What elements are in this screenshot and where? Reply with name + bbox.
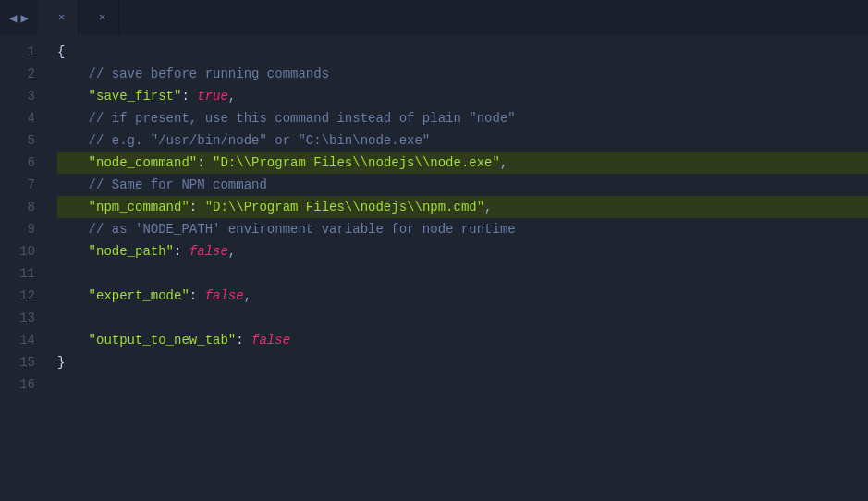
line-number: 9 <box>28 218 35 240</box>
code-token: "npm_command" <box>89 200 189 214</box>
code-line <box>57 307 868 329</box>
code-token: "expert_mode" <box>89 288 189 303</box>
line-number: 12 <box>19 285 35 307</box>
code-line: "expert_mode": false, <box>57 285 868 307</box>
code-token: "node_command" <box>89 155 198 170</box>
code-token: } <box>57 355 65 370</box>
code-token: "save_first" <box>89 89 182 104</box>
line-number: 11 <box>19 263 35 285</box>
tab-close-icon[interactable]: ✕ <box>99 12 105 23</box>
code-token <box>57 89 89 104</box>
line-number: 7 <box>28 174 35 196</box>
code-token <box>57 333 89 348</box>
code-token: , <box>500 155 507 170</box>
line-number: 13 <box>19 307 35 329</box>
code-token: // if present, use this command instead … <box>57 111 516 126</box>
code-token: "D:\\Program Files\\nodejs\\npm.cmd" <box>205 200 484 214</box>
code-token: // as 'NODE_PATH' environment variable f… <box>57 222 516 237</box>
code-content[interactable]: { // save before running commands "save_… <box>48 35 868 501</box>
code-line: // e.g. "/usr/bin/node" or "C:\bin\node.… <box>57 129 868 152</box>
code-token: // e.g. "/usr/bin/node" or "C:\bin\node.… <box>57 133 430 148</box>
line-number: 3 <box>28 85 35 107</box>
code-line: // save before running commands <box>57 63 868 85</box>
code-token: "node_path" <box>89 244 174 259</box>
tab-close-icon[interactable]: ✕ <box>58 12 65 23</box>
code-line: { <box>57 41 868 63</box>
line-number: 8 <box>28 196 35 218</box>
line-number: 14 <box>19 329 35 351</box>
line-number: 4 <box>28 107 35 129</box>
line-numbers: 12345678910111213141516 <box>0 35 48 501</box>
line-number: 15 <box>19 351 35 373</box>
code-line: } <box>57 351 868 373</box>
code-token: : <box>197 155 213 170</box>
code-token: , <box>484 200 492 214</box>
code-token: "output_to_new_tab" <box>89 333 237 348</box>
code-token: // save before running commands <box>57 67 329 81</box>
code-token <box>57 244 89 259</box>
line-number: 10 <box>19 240 35 263</box>
code-token <box>57 288 89 303</box>
code-line: "npm_command": "D:\\Program Files\\nodej… <box>57 196 868 218</box>
code-token <box>57 200 89 214</box>
nav-arrows[interactable]: ◀ ▶ <box>0 10 38 26</box>
line-number: 1 <box>28 41 35 63</box>
code-token: : <box>189 200 205 214</box>
code-line: // Same for NPM command <box>57 174 868 196</box>
code-line: "node_command": "D:\\Program Files\\node… <box>57 152 868 174</box>
code-token: , <box>228 89 236 104</box>
code-token: false <box>189 244 228 259</box>
editor: ◀ ▶ ✕ ✕ 12345678910111213141516 { // sav… <box>0 0 868 501</box>
line-number: 6 <box>28 152 35 174</box>
code-line <box>57 373 868 396</box>
code-token: { <box>57 44 65 59</box>
code-token: : <box>236 333 251 348</box>
line-number: 5 <box>28 129 35 152</box>
code-token: // Same for NPM command <box>57 177 267 192</box>
code-token: : <box>181 89 197 104</box>
code-token: : <box>189 288 205 303</box>
tab-bar: ◀ ▶ ✕ ✕ <box>0 0 868 35</box>
code-line: // if present, use this command instead … <box>57 107 868 129</box>
code-token: , <box>244 288 251 303</box>
code-token <box>57 155 89 170</box>
code-line: "output_to_new_tab": false <box>57 329 868 351</box>
code-line: "save_first": true, <box>57 85 868 107</box>
code-token: : <box>174 244 189 259</box>
code-area: 12345678910111213141516 { // save before… <box>0 35 868 501</box>
left-arrow[interactable]: ◀ <box>9 10 17 26</box>
code-line <box>57 263 868 285</box>
code-token: false <box>205 288 244 303</box>
code-line: "node_path": false, <box>57 240 868 263</box>
code-token: , <box>228 244 236 259</box>
code-line: // as 'NODE_PATH' environment variable f… <box>57 218 868 240</box>
code-token: "D:\\Program Files\\nodejs\\node.exe" <box>213 155 500 170</box>
code-token: true <box>197 89 228 104</box>
code-token: false <box>251 333 290 348</box>
tab-nodejs-build[interactable]: ✕ <box>79 0 119 35</box>
right-arrow[interactable]: ▶ <box>20 10 28 26</box>
line-number: 2 <box>28 63 35 85</box>
tab-nodejs-settings[interactable]: ✕ <box>38 0 79 35</box>
line-number: 16 <box>19 373 35 396</box>
